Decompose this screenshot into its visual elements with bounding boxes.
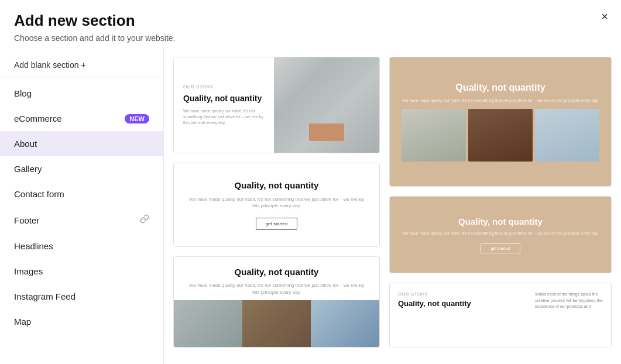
sidebar-item-contact-form[interactable]: Contact form bbox=[0, 181, 163, 207]
sidebar-item-map[interactable]: Map bbox=[0, 309, 163, 334]
warm-split-left: OUR STORY Quality, not quantity bbox=[390, 283, 529, 348]
sidebar-item-label: Map bbox=[14, 317, 31, 327]
thumb-image-2 bbox=[242, 300, 311, 347]
sidebar-item-blog[interactable]: Blog bbox=[0, 81, 163, 106]
modal-header: Add new section Choose a section and add… bbox=[0, 0, 621, 47]
preview-col-right: Quality, not quantity We have made quali… bbox=[389, 57, 612, 355]
card-body: We have made quality our habit. It's not… bbox=[402, 231, 599, 236]
card-centered-content: Quality, not quantity We have made quali… bbox=[174, 163, 379, 246]
sidebar-item-about[interactable]: About bbox=[0, 131, 163, 156]
card-heading: Quality, not quantity bbox=[183, 93, 265, 104]
warm-split-right: Whilst most of the things about the crea… bbox=[529, 283, 611, 348]
sidebar-item-ecommerce[interactable]: eCommerce New bbox=[0, 106, 163, 131]
card-body: We have made quality our habit. It's not… bbox=[186, 196, 368, 209]
concrete-image bbox=[274, 57, 379, 153]
warm-col-image-2 bbox=[468, 109, 533, 162]
card-body: We have made quality our habit. It's not… bbox=[183, 108, 265, 125]
sidebar-item-label: Footer bbox=[14, 215, 39, 225]
card-text-area: OUR STORY Quality, not quantity We have … bbox=[174, 57, 274, 153]
card-body: We have made quality our habit. It's not… bbox=[402, 98, 599, 104]
card-body: We have made quality our habit. It's not… bbox=[186, 282, 368, 295]
sidebar-item-label: Contact form bbox=[14, 189, 64, 199]
preview-card-right-3[interactable]: OUR STORY Quality, not quantity Whilst m… bbox=[389, 283, 612, 348]
sidebar-item-label: Images bbox=[14, 266, 43, 276]
card-heading: Quality, not quantity bbox=[398, 299, 521, 309]
preview-col-left: OUR STORY Quality, not quantity We have … bbox=[173, 57, 380, 355]
sidebar-item-gallery[interactable]: Gallery bbox=[0, 156, 163, 181]
main-content: OUR STORY Quality, not quantity We have … bbox=[164, 47, 621, 364]
preview-card-right-2[interactable]: Quality, not quantity We have made quali… bbox=[389, 196, 612, 273]
preview-card-2[interactable]: Quality, not quantity We have made quali… bbox=[173, 163, 380, 247]
card-label: OUR STORY bbox=[398, 291, 521, 297]
card-images-row bbox=[174, 300, 379, 347]
modal-subtitle: Choose a section and add it to your webs… bbox=[14, 33, 607, 43]
thumb-image-1 bbox=[174, 300, 242, 347]
warm-cols-images bbox=[402, 109, 599, 162]
modal-body: Add blank section + Blog eCommerce New A… bbox=[0, 47, 621, 364]
card-action-button[interactable]: get started bbox=[481, 243, 520, 253]
card-body: Whilst most of the things about the crea… bbox=[535, 292, 603, 308]
warm-col-image-1 bbox=[402, 109, 466, 162]
card-heading: Quality, not quantity bbox=[186, 180, 368, 191]
card-action-button[interactable]: get started bbox=[256, 218, 298, 230]
warm-split-card-content: OUR STORY Quality, not quantity Whilst m… bbox=[390, 283, 611, 348]
preview-card-right-1[interactable]: Quality, not quantity We have made quali… bbox=[389, 57, 612, 187]
add-blank-section-button[interactable]: Add blank section + bbox=[0, 53, 163, 77]
modal-title: Add new section bbox=[14, 12, 607, 30]
thumb-image-3 bbox=[311, 300, 379, 347]
preview-card-1[interactable]: OUR STORY Quality, not quantity We have … bbox=[173, 57, 380, 153]
sidebar-item-label: Blog bbox=[14, 88, 32, 98]
sidebar-item-label: Headlines bbox=[14, 241, 53, 251]
modal: Add new section Choose a section and add… bbox=[0, 0, 621, 364]
card-heading: Quality, not quantity bbox=[455, 82, 545, 94]
warm-card-content: Quality, not quantity We have made quali… bbox=[390, 57, 611, 186]
sidebar-item-headlines[interactable]: Headlines bbox=[0, 233, 163, 259]
sidebar-item-label: Instagram Feed bbox=[14, 291, 76, 301]
sidebar-item-label: About bbox=[14, 139, 37, 149]
warm-col-image-3 bbox=[535, 109, 599, 162]
sidebar-item-images[interactable]: Images bbox=[0, 259, 163, 284]
sidebar-item-label: Gallery bbox=[14, 164, 42, 174]
card-image bbox=[274, 57, 379, 153]
card-text-area: Quality, not quantity We have made quali… bbox=[174, 257, 379, 300]
card-heading: Quality, not quantity bbox=[458, 216, 543, 228]
link-icon bbox=[140, 214, 149, 226]
sidebar-item-footer[interactable]: Footer bbox=[0, 207, 163, 233]
new-badge: New bbox=[125, 114, 149, 123]
warm-btn-card-content: Quality, not quantity We have made quali… bbox=[390, 197, 611, 273]
preview-card-3[interactable]: Quality, not quantity We have made quali… bbox=[173, 256, 380, 348]
sidebar-item-label: eCommerce bbox=[14, 114, 62, 123]
sidebar-item-instagram-feed[interactable]: Instagram Feed bbox=[0, 284, 163, 309]
card-label: OUR STORY bbox=[183, 84, 265, 90]
card-heading: Quality, not quantity bbox=[186, 266, 368, 278]
close-button[interactable]: × bbox=[599, 8, 610, 25]
sidebar: Add blank section + Blog eCommerce New A… bbox=[0, 47, 164, 364]
